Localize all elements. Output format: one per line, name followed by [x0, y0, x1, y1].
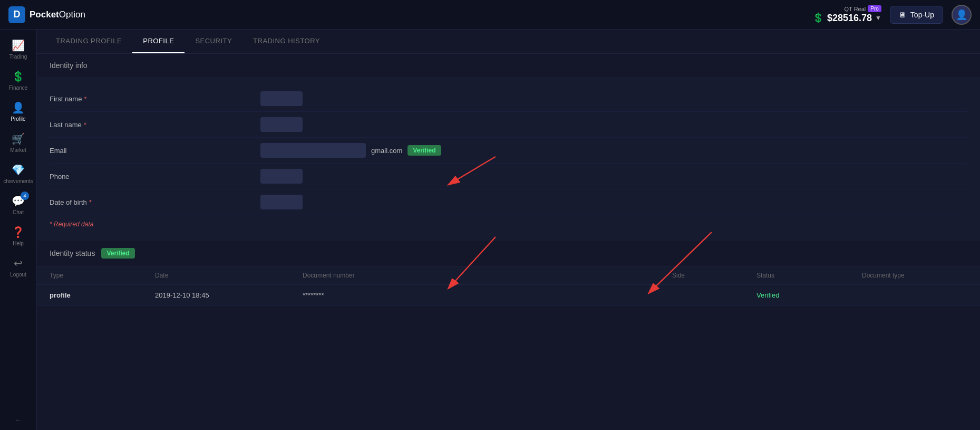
sidebar-label-market: Market — [10, 147, 26, 153]
last-name-redacted — [260, 117, 303, 132]
sidebar-label-trading: Trading — [9, 54, 27, 60]
first-name-label: First name * — [50, 95, 260, 103]
sidebar-label-logout: Logout — [10, 272, 26, 278]
sidebar: 📈 Trading 💲 Finance 👤 Profile 🛒 Market 💎… — [0, 30, 37, 430]
trading-icon: 📈 — [12, 39, 25, 52]
identity-status-header: Identity status Verified — [37, 241, 980, 266]
phone-redacted — [260, 169, 303, 184]
sidebar-item-trading[interactable]: 📈 Trading — [0, 34, 36, 64]
sidebar-item-logout[interactable]: ↩ Logout — [0, 252, 36, 282]
dob-required-star: * — [89, 198, 92, 206]
email-redacted — [260, 143, 366, 158]
main-wrapper: TRADING PROFILE PROFILE SECURITY TRADING… — [37, 30, 980, 327]
row-type: profile — [50, 291, 155, 299]
identity-status-section: Identity status Verified Type Date Docum… — [37, 241, 980, 306]
tab-profile[interactable]: PROFILE — [132, 30, 185, 53]
col-header-docnum: Document number — [303, 272, 672, 279]
chat-badge-count: 4 — [21, 192, 29, 200]
field-first-name: First name * — [50, 86, 967, 112]
sidebar-label-chat: Chat — [13, 209, 24, 215]
avatar[interactable]: 👤 — [952, 5, 972, 25]
row-date: 2019-12-10 18:45 — [155, 291, 303, 299]
topup-button[interactable]: 🖥 Top-Up — [890, 6, 943, 24]
help-icon: ❓ — [12, 226, 25, 238]
required-note: * Required data — [50, 221, 967, 228]
row-doctype — [862, 291, 967, 299]
required-note-text: Required data — [54, 221, 93, 228]
sidebar-item-help[interactable]: ❓ Help — [0, 221, 36, 251]
row-status: Verified — [756, 291, 862, 299]
balance-dropdown-icon[interactable]: ▼ — [875, 14, 881, 22]
sidebar-label-profile: Profile — [11, 116, 25, 122]
topup-icon: 🖥 — [899, 11, 906, 19]
topnav-right: QT Real Pro 💲 $28516.78 ▼ 🖥 Top-Up 👤 — [812, 5, 972, 25]
market-icon: 🛒 — [12, 132, 25, 145]
main-content: TRADING PROFILE PROFILE SECURITY TRADING… — [37, 30, 980, 430]
first-name-value — [260, 91, 967, 106]
col-header-side: Side — [672, 272, 756, 279]
sidebar-back-button[interactable]: ← — [15, 409, 22, 430]
dob-redacted — [260, 195, 303, 209]
balance-value: $28516.78 — [827, 13, 872, 24]
sidebar-item-chat[interactable]: 💬 4 Chat — [0, 189, 36, 219]
sidebar-item-market[interactable]: 🛒 Market — [0, 127, 36, 157]
tabs-bar: TRADING PROFILE PROFILE SECURITY TRADING… — [37, 30, 980, 54]
identity-info-form: First name * Last name * — [37, 78, 980, 241]
profile-content: Identity info First name * — [37, 54, 980, 327]
table-header-row: Type Date Document number Side Status Do… — [37, 266, 980, 285]
sidebar-label-achievements: chievements — [3, 178, 33, 184]
last-name-required-star: * — [84, 121, 86, 129]
row-side — [672, 291, 756, 299]
sidebar-item-achievements[interactable]: 💎 chievements — [0, 158, 36, 188]
dob-value — [260, 195, 967, 209]
phone-label: Phone — [50, 173, 260, 180]
first-name-redacted — [260, 91, 303, 106]
last-name-label: Last name * — [50, 121, 260, 129]
balance-display: 💲 $28516.78 ▼ — [812, 12, 881, 24]
profile-icon: 👤 — [12, 101, 25, 114]
sidebar-label-help: Help — [13, 241, 24, 246]
first-name-required-star: * — [84, 95, 86, 103]
dob-label: Date of birth * — [50, 198, 260, 206]
last-name-value — [260, 117, 967, 132]
chat-badge-wrapper: 💬 4 — [12, 195, 25, 207]
sidebar-item-finance[interactable]: 💲 Finance — [0, 65, 36, 95]
app-layout: 📈 Trading 💲 Finance 👤 Profile 🛒 Market 💎… — [0, 30, 980, 430]
phone-value — [260, 169, 967, 184]
back-arrow-icon: ← — [15, 416, 22, 424]
identity-status-title: Identity status — [50, 249, 95, 257]
email-verified-badge: Verified — [407, 145, 441, 156]
documents-table: Type Date Document number Side Status Do… — [37, 266, 980, 306]
identity-info-header: Identity info — [37, 54, 980, 78]
tab-trading-history[interactable]: TRADING HISTORY — [242, 30, 331, 53]
avatar-icon: 👤 — [956, 9, 967, 21]
sidebar-label-finance: Finance — [9, 85, 28, 91]
field-dob: Date of birth * — [50, 189, 967, 215]
sidebar-item-profile[interactable]: 👤 Profile — [0, 96, 36, 126]
email-label: Email — [50, 147, 260, 155]
qt-label-text: QT Real — [845, 6, 866, 12]
qt-real-section: QT Real Pro 💲 $28516.78 ▼ — [812, 5, 881, 24]
col-header-doctype: Document type — [862, 272, 967, 279]
identity-info-title: Identity info — [50, 61, 88, 70]
row-docnum: ******** — [303, 291, 672, 299]
logout-icon: ↩ — [14, 257, 23, 270]
field-email: Email gmail.com Verified — [50, 138, 967, 164]
col-header-type: Type — [50, 272, 155, 279]
table-row: profile 2019-12-10 18:45 ******** Verifi… — [37, 285, 980, 306]
pro-badge: Pro — [868, 5, 881, 12]
logo-icon: D — [8, 6, 25, 23]
finance-icon: 💲 — [12, 70, 25, 83]
topnav: D PocketOption QT Real Pro 💲 $28516.78 ▼… — [0, 0, 980, 30]
field-last-name: Last name * — [50, 112, 967, 138]
tab-security[interactable]: SECURITY — [185, 30, 242, 53]
col-header-status: Status — [756, 272, 862, 279]
balance-icon: 💲 — [812, 12, 824, 24]
logo[interactable]: D PocketOption — [8, 6, 85, 23]
col-header-date: Date — [155, 272, 303, 279]
identity-status-badge: Verified — [101, 248, 134, 259]
field-phone: Phone — [50, 164, 967, 189]
topup-label: Top-Up — [910, 11, 934, 19]
logo-text: PocketOption — [30, 9, 85, 20]
tab-trading-profile[interactable]: TRADING PROFILE — [45, 30, 132, 53]
